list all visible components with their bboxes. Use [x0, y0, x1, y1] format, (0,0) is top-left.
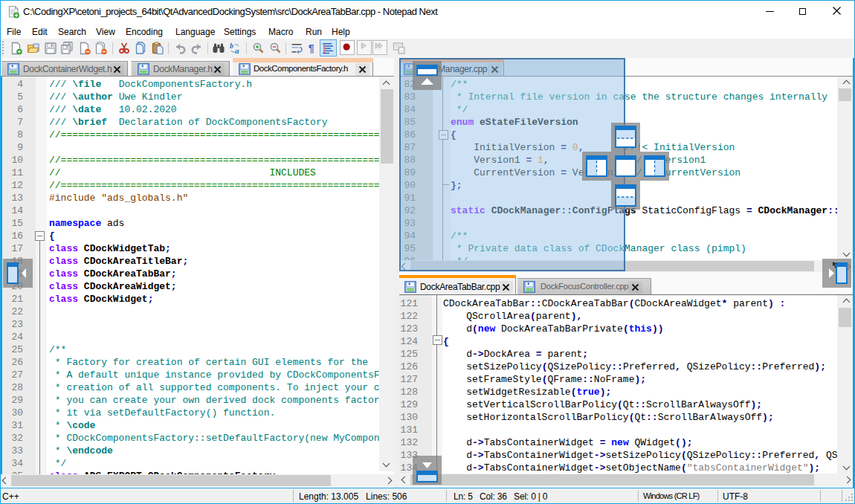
svg-text:¶: ¶ — [309, 42, 314, 54]
svg-text:b: b — [230, 42, 233, 50]
svg-text:a: a — [235, 46, 239, 55]
